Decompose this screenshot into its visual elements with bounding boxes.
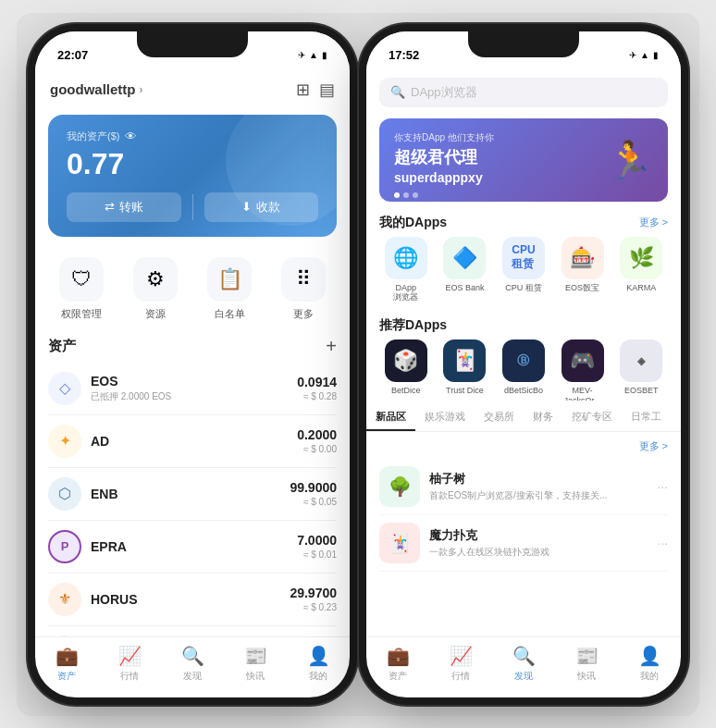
right-notch (468, 31, 579, 57)
nav-news-label: 快讯 (246, 670, 265, 683)
wallet-name-container[interactable]: goodwallettp › (50, 81, 143, 97)
notch (137, 31, 248, 57)
right-nav-mine[interactable]: 👤 我的 (618, 645, 681, 683)
tab-mining[interactable]: 挖矿专区 (562, 404, 622, 431)
dot-2 (403, 192, 409, 198)
nav-market[interactable]: 📈 行情 (98, 645, 161, 683)
new-app-yuzhu[interactable]: 🌳 柚子树 首款EOS制户浏览器/搜索引擎，支持接关... ··· (379, 459, 668, 515)
wifi-icon: ▲ (309, 50, 318, 60)
nav-assets[interactable]: 💼 资产 (35, 645, 98, 683)
recommended-row1: 🎲 BetDice 🃏 Trust Dice Ⓑ dBetSicBo 🎮 MEV… (379, 339, 668, 400)
dapp-dbetsicbo[interactable]: Ⓑ dBetSicBo (497, 339, 550, 400)
asset-row-eos[interactable]: ◇ EOS 已抵押 2.0000 EOS 0.0914 ≈ $ 0.28 (48, 363, 337, 415)
add-asset-button[interactable]: + (326, 336, 337, 357)
dapp-cpu[interactable]: CPU租赁 CPU 租赁 (497, 237, 550, 303)
tab-finance[interactable]: 财务 (524, 404, 562, 431)
left-bottom-nav: 💼 资产 📈 行情 🔍 发现 📰 快讯 👤 我的 (35, 636, 350, 697)
dapp-eosbank[interactable]: 🔷 EOS Bank (438, 237, 492, 303)
horus-values: 29.9700 ≈ $ 0.23 (290, 586, 337, 612)
right-status-icons: ✈ ▲ ▮ (629, 50, 659, 60)
tab-game[interactable]: 娱乐游戏 (415, 404, 475, 431)
enb-amount: 99.9000 (290, 480, 337, 495)
yuzhu-desc: 首款EOS制户浏览器/搜索引擎，支持接关... (429, 489, 648, 502)
right-nav-news[interactable]: 📰 快讯 (555, 645, 618, 683)
eye-icon[interactable]: 👁 (125, 130, 137, 143)
ad-values: 0.2000 ≈ $ 0.00 (297, 427, 337, 454)
asset-row-epra[interactable]: P EPRA 7.0000 ≈ $ 0.01 (48, 521, 337, 574)
ad-amount: 0.2000 (297, 427, 337, 442)
right-nav-assets-icon: 💼 (387, 645, 410, 667)
dapp-section: 我的DApps 更多 > 🌐 DApp浏览器 🔷 EOS Bank CPU租赁 … (366, 207, 681, 401)
tab-daily[interactable]: 日常工 (622, 404, 671, 431)
quick-action-rights[interactable]: 🛡 权限管理 (59, 257, 104, 321)
right-airplane-icon: ✈ (629, 50, 636, 60)
yuzhu-info: 柚子树 首款EOS制户浏览器/搜索引擎，支持接关... (429, 471, 648, 502)
dapp-mev[interactable]: 🎮 MEV-JacksOr... (556, 339, 610, 400)
dapp-karma[interactable]: 🌿 KARMA (614, 237, 668, 303)
asset-row-ad[interactable]: ✦ AD 0.2000 ≈ $ 0.00 (48, 415, 337, 468)
dapp-eosbet[interactable]: ◈ EOSBET (614, 339, 668, 400)
tab-exchange[interactable]: 交易所 (475, 404, 524, 431)
my-dapps-more[interactable]: 更多 > (639, 216, 668, 229)
quick-action-more[interactable]: ⠿ 更多 (281, 257, 326, 321)
my-dapps-title: 我的DApps (379, 215, 447, 231)
betdice-label: BetDice (391, 386, 421, 396)
quick-action-resources[interactable]: ⚙ 资源 (133, 257, 178, 321)
enb-values: 99.9000 ≈ $ 0.05 (290, 480, 337, 507)
nav-news[interactable]: 📰 快讯 (224, 645, 287, 683)
right-nav-market[interactable]: 📈 行情 (429, 645, 492, 683)
whitelist-icon: 📋 (207, 257, 252, 302)
dapp-slot[interactable]: 🎰 EOS骰宝 (556, 237, 610, 303)
asset-row-hvt[interactable]: W HVT 0.6014 (48, 626, 337, 636)
new-app-magic[interactable]: 🃏 魔力扑克 一款多人在线区块链扑克游戏 ··· (379, 515, 668, 572)
epra-usd: ≈ $ 0.01 (297, 549, 337, 560)
receive-icon: ⬇ (241, 200, 252, 214)
ad-name: AD (91, 434, 297, 449)
left-phone-content: goodwallettp › ⊞ ▤ 我的资产($) 👁 0.77 ⇄ (35, 72, 350, 697)
menu-icon[interactable]: ▤ (319, 80, 335, 100)
dapp-betdice[interactable]: 🎲 BetDice (379, 339, 433, 400)
nav-mine[interactable]: 👤 我的 (287, 645, 350, 683)
yuzhu-icon: 🌳 (379, 466, 420, 507)
search-placeholder: DApp浏览器 (411, 84, 477, 101)
eos-icon: ◇ (48, 372, 81, 405)
eosbet-icon: ◈ (620, 339, 662, 382)
dapp-browser[interactable]: 🌐 DApp浏览器 (379, 237, 433, 303)
whitelist-label: 白名单 (215, 307, 245, 321)
epra-info: EPRA (91, 539, 297, 554)
right-nav-news-icon: 📰 (575, 645, 599, 667)
eos-amount: 0.0914 (297, 375, 337, 389)
wallet-header: goodwallettp › ⊞ ▤ (35, 72, 350, 107)
my-dapps-grid: 🌐 DApp浏览器 🔷 EOS Bank CPU租赁 CPU 租赁 🎰 EOS骰… (379, 237, 668, 303)
dapp-trustdice[interactable]: 🃏 Trust Dice (438, 339, 492, 400)
left-phone: 22:07 ✈ ▲ ▮ goodwallettp › ⊞ ▤ (35, 31, 350, 697)
left-status-icons: ✈ ▲ ▮ (298, 50, 327, 60)
asset-section-title: 资产 (48, 338, 76, 355)
quick-action-whitelist[interactable]: 📋 白名单 (207, 257, 252, 321)
right-nav-assets-label: 资产 (389, 670, 407, 683)
right-nav-discover[interactable]: 🔍 发现 (492, 645, 555, 683)
asset-row-horus[interactable]: ⚜ HORUS 29.9700 ≈ $ 0.23 (48, 574, 337, 626)
promo-banner[interactable]: 你支持DApp 他们支持你 超级君代理 superdapppxy 🏃 (379, 118, 668, 202)
wallet-chevron: › (140, 83, 143, 96)
new-apps-section: 更多 > 🌳 柚子树 首款EOS制户浏览器/搜索引擎，支持接关... ··· 🃏… (366, 436, 681, 636)
trustdice-icon: 🃏 (443, 339, 486, 382)
nav-assets-icon: 💼 (56, 645, 79, 667)
asset-card: 我的资产($) 👁 0.77 ⇄ 转账 ⬇ 收款 (48, 115, 337, 237)
right-nav-assets[interactable]: 💼 资产 (366, 645, 429, 683)
search-icon: 🔍 (390, 85, 405, 99)
card-divider (192, 194, 193, 220)
right-time: 17:52 (389, 48, 419, 62)
asset-row-enb[interactable]: ⬡ ENB 99.9000 ≈ $ 0.05 (48, 468, 337, 521)
transfer-button[interactable]: ⇄ 转账 (67, 192, 181, 222)
horus-usd: ≈ $ 0.23 (290, 602, 337, 612)
receive-button[interactable]: ⬇ 收款 (204, 192, 319, 222)
cpu-icon: CPU租赁 (502, 237, 545, 279)
tab-new[interactable]: 新品区 (366, 404, 415, 431)
search-bar[interactable]: 🔍 DApp浏览器 (379, 78, 668, 107)
qr-scan-icon[interactable]: ⊞ (296, 80, 310, 100)
new-apps-more[interactable]: 更多 > (639, 439, 668, 453)
karma-label: KARMA (626, 283, 656, 293)
nav-discover[interactable]: 🔍 发现 (161, 645, 224, 683)
ad-icon: ✦ (48, 425, 81, 458)
